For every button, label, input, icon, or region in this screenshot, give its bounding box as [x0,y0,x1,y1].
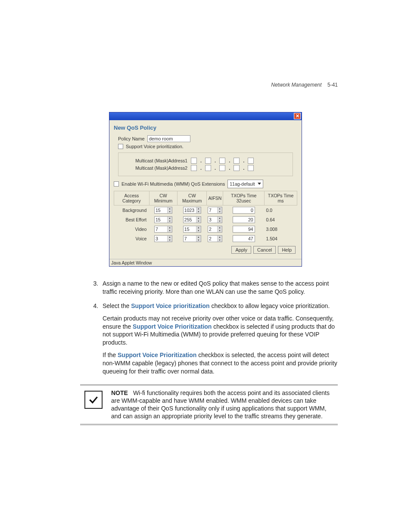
mcast1-octet[interactable] [219,158,225,164]
status-bar: Java Applet Window [109,259,302,266]
apply-button[interactable]: Apply [231,246,251,254]
support-voice-link: Support Voice Prioritization [133,323,212,330]
instruction-3: Assign a name to the new or edited QoS p… [100,280,338,296]
cwmin-spinner[interactable]: 7▲▼ [154,226,172,233]
mcast2-octet[interactable] [248,165,254,171]
mcast1-octet[interactable] [205,158,211,164]
col-cw-min: CW Minimum [149,191,177,205]
table-row: Video 7▲▼ 15▲▼ 2▲▼ 94 3.008 [114,224,297,234]
mcast2-octet[interactable] [191,165,197,171]
txopsms-value: 0.64 [264,215,297,224]
table-row: Voice 3▲▼ 7▲▼ 2▲▼ 47 1.504 [114,234,297,243]
multicast1-label: Multicast (Mask)Address1 [123,158,187,163]
aifsn-spinner[interactable]: 7▲▼ [208,207,222,214]
row-category: Background [114,205,149,215]
txops32-input[interactable]: 20 [233,216,255,223]
policy-name-label: Policy Name [118,136,145,141]
txops32-input[interactable]: 94 [233,226,255,233]
txops32-input[interactable]: 47 [233,235,255,242]
aifsn-spinner[interactable]: 2▲▼ [208,226,222,233]
titlebar: ✕ [109,112,302,120]
wmm-profile-dropdown[interactable]: 11ag-default [227,180,263,188]
table-row: Best Effort 15▲▼ 255▲▼ 3▲▼ 20 0.64 [114,215,297,224]
cwmin-spinner[interactable]: 15▲▼ [154,216,172,223]
mcast1-octet[interactable] [191,158,197,164]
section-name: Network Management [271,82,321,88]
txopsms-value: 0.0 [264,205,297,215]
cwmin-spinner[interactable]: 15▲▼ [154,207,172,214]
enable-wmm-checkbox[interactable] [114,181,119,187]
table-row: Background 15▲▼ 1023▲▼ 7▲▼ 0 0.0 [114,205,297,215]
support-voice-checkbox[interactable] [118,144,123,149]
page-header: Network Management 5-41 [271,82,338,88]
row-category: Voice [114,234,149,243]
row-category: Video [114,224,149,234]
help-button[interactable]: Help [278,246,296,254]
txops32-input[interactable]: 0 [233,207,255,214]
row-category: Best Effort [114,215,149,224]
cwmax-spinner[interactable]: 1023▲▼ [183,207,201,214]
close-icon[interactable]: ✕ [294,113,301,119]
mcast1-octet[interactable] [234,158,240,164]
dialog-title: New QoS Policy [114,124,297,131]
support-voice-link: Support Voice prioritization [131,302,210,309]
txopsms-value: 1.504 [264,234,297,243]
mcast1-octet[interactable] [248,158,254,164]
mcast2-octet[interactable] [205,165,211,171]
enable-wmm-label: Enable Wi-Fi Multimedia (WMM) QoS Extens… [121,181,225,187]
mcast2-octet[interactable] [219,165,225,171]
cwmax-spinner[interactable]: 7▲▼ [183,235,201,242]
multicast2-label: Multicast (Mask)Address2 [123,165,187,171]
cwmax-spinner[interactable]: 15▲▼ [183,226,201,233]
note-label: NOTE [111,389,128,396]
wmm-table: Access Category CW Minimum CW Maximum AI… [114,191,297,243]
note-text: Wi-fi functionality requires both the ac… [111,389,330,420]
aifsn-spinner[interactable]: 2▲▼ [208,235,222,242]
col-txops-32: TXOPs Time 32usec [223,191,265,205]
col-txops-ms: TXOPs Time ms [264,191,297,205]
support-voice-label: Support Voice prioritization. [126,144,184,149]
qos-policy-dialog: ✕ New QoS Policy Policy Name demo room S… [109,112,302,267]
instruction-list: Assign a name to the new or edited QoS p… [73,280,338,376]
policy-name-input[interactable]: demo room [147,135,190,142]
checkmark-icon [84,391,103,409]
cwmin-spinner[interactable]: 3▲▼ [154,235,172,242]
instruction-4: Select the Support Voice prioritization … [100,302,338,376]
cwmax-spinner[interactable]: 255▲▼ [183,216,201,223]
aifsn-spinner[interactable]: 3▲▼ [208,216,222,223]
note-box: NOTEWi-fi functionality requires both th… [80,384,338,425]
page-number: 5-41 [327,82,338,88]
txopsms-value: 3.008 [264,224,297,234]
multicast-group: Multicast (Mask)Address1 . . . . Multica… [118,152,293,176]
cancel-button[interactable]: Cancel [253,246,276,254]
col-access-category: Access Category [114,191,149,205]
col-aifsn: AIFSN [207,191,223,205]
mcast2-octet[interactable] [234,165,240,171]
support-voice-link: Support Voice Prioritization [118,352,196,358]
col-cw-max: CW Maximum [177,191,207,205]
